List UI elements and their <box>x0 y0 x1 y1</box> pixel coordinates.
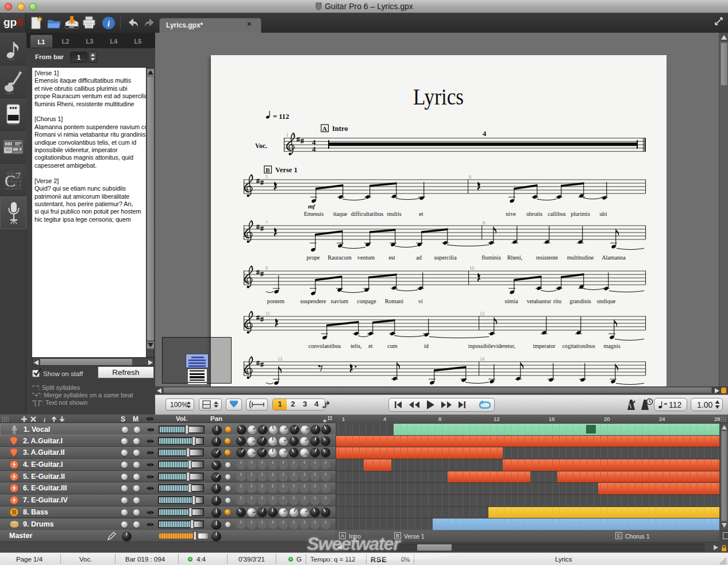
svg-text:A: A <box>322 125 327 132</box>
svg-text:inpossibilevideretur,: inpossibilevideretur, <box>468 343 515 349</box>
svg-text:navium: navium <box>331 298 348 304</box>
svg-text:callibus: callibus <box>548 211 565 217</box>
svg-text:11: 11 <box>265 311 270 316</box>
svg-text:plurimis: plurimis <box>571 211 590 217</box>
svg-text:et: et <box>419 211 423 217</box>
svg-text:prope: prope <box>307 254 321 261</box>
svg-text:i: i <box>44 416 46 423</box>
svg-text:itaque: itaque <box>333 211 348 217</box>
svg-text:cum: cum <box>387 343 398 349</box>
svg-text:telis,: telis, <box>350 343 361 349</box>
svg-text:9: 9 <box>265 266 268 271</box>
svg-text:multis: multis <box>387 211 401 217</box>
svg-text:Verse 1: Verse 1 <box>275 166 298 174</box>
svg-text:grandinis: grandinis <box>569 298 591 304</box>
svg-text:12: 12 <box>480 311 484 316</box>
svg-text:C: C <box>5 172 16 190</box>
svg-text:vetabantur: vetabantur <box>527 298 552 304</box>
svg-text:5: 5 <box>265 175 268 180</box>
svg-text:14: 14 <box>480 357 484 362</box>
svg-text:ad: ad <box>416 254 422 261</box>
svg-text:Rheni,: Rheni, <box>507 254 523 261</box>
svg-text:id: id <box>424 343 429 349</box>
svg-text:Romani: Romani <box>385 298 403 304</box>
svg-text:est: est <box>388 254 395 261</box>
svg-text:obrutis: obrutis <box>526 211 542 217</box>
svg-text:4: 4 <box>312 145 316 153</box>
svg-text:4: 4 <box>483 129 487 138</box>
svg-text:ubi: ubi <box>600 211 607 217</box>
svg-text:vi: vi <box>418 298 423 304</box>
svg-text:difficultatibus: difficultatibus <box>351 211 384 217</box>
svg-text:ventum: ventum <box>357 254 375 261</box>
svg-text:Alamanna: Alamanna <box>602 254 626 261</box>
svg-text:ritu: ritu <box>553 298 561 304</box>
svg-text:pontem: pontem <box>267 298 284 304</box>
svg-text:Rauracum: Rauracum <box>328 254 352 261</box>
svg-text:mf: mf <box>308 203 316 210</box>
svg-text:cogitationibus: cogitationibus <box>562 343 595 349</box>
svg-text:conpage: conpage <box>357 298 376 304</box>
svg-text:undique: undique <box>597 298 616 304</box>
svg-text:7: 7 <box>265 220 268 226</box>
svg-text:1: 1 <box>286 133 288 138</box>
svg-text:10: 10 <box>469 266 474 271</box>
svg-text:convolantibus: convolantibus <box>309 343 341 349</box>
svg-text:multitudine: multitudine <box>567 254 594 261</box>
svg-text:7: 7 <box>16 171 21 180</box>
svg-text:resistente: resistente <box>536 254 558 261</box>
svg-text:suspendere: suspendere <box>301 298 326 304</box>
svg-text:supercilia: supercilia <box>434 254 457 261</box>
svg-text:6: 6 <box>469 175 471 180</box>
svg-text:nimia: nimia <box>505 298 519 304</box>
svg-text:fluminis: fluminis <box>482 254 501 261</box>
svg-text:Emensis: Emensis <box>304 211 323 217</box>
svg-text:13: 13 <box>278 357 282 362</box>
svg-text:Voc.: Voc. <box>255 142 267 149</box>
svg-text:B: B <box>265 167 270 173</box>
svg-text:nive: nive <box>506 211 516 217</box>
svg-text:magnis: magnis <box>603 343 620 349</box>
svg-text:8: 8 <box>483 220 485 226</box>
svg-text:B: B <box>12 509 16 516</box>
svg-text:= 112: = 112 <box>273 113 289 121</box>
svg-text:Lyrics: Lyrics <box>413 83 464 110</box>
svg-text:imperator: imperator <box>533 343 556 349</box>
svg-text:Intro: Intro <box>332 125 348 133</box>
svg-text:et: et <box>368 343 372 349</box>
